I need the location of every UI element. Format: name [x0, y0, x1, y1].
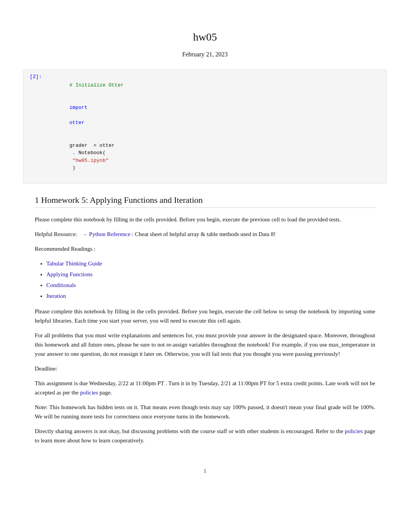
- code-dot: . Notebook(: [69, 150, 106, 156]
- reading-item-iteration: Iteration: [46, 291, 375, 301]
- tabular-thinking-link[interactable]: Tabular Thinking Guide: [46, 260, 102, 267]
- page-footer: 1: [23, 468, 387, 474]
- code-module-otter: otter: [69, 120, 85, 126]
- code-text: [69, 112, 76, 118]
- cell-label: [2]:: [30, 74, 45, 179]
- helpful-rest: : Cheat sheet of helpful array & table m…: [132, 231, 276, 237]
- conditionals-link[interactable]: Conditionals: [46, 282, 76, 288]
- deadline-end: page.: [98, 389, 112, 396]
- code-comment: # Initialize Otter: [69, 82, 124, 88]
- para1: Please complete this notebook by filling…: [35, 307, 375, 325]
- code-content: # Initialize Otter import otter grader =…: [51, 74, 380, 179]
- section-heading: 1 Homework 5: Applying Functions and Ite…: [35, 195, 375, 208]
- code-line-2: import otter: [51, 97, 380, 134]
- intro-paragraph: Please complete this notebook by filling…: [35, 215, 375, 224]
- page-title: hw05: [23, 31, 387, 43]
- para2: For all problems that you must write exp…: [35, 331, 375, 359]
- reading-item-conditionals: Conditionals: [46, 280, 375, 290]
- note-paragraph: Note: This homework has hidden tests on …: [35, 403, 375, 421]
- code-cell: [2]: # Initialize Otter import otter gra…: [23, 70, 387, 184]
- readings-list: Tabular Thinking Guide Applying Function…: [46, 259, 375, 301]
- code-line-3: grader = otter . Notebook( "hw05.ipynb" …: [51, 134, 380, 179]
- code-paren: ): [69, 165, 76, 171]
- deadline-paragraph: This assignment is due Wednesday, 2/22 a…: [35, 379, 375, 397]
- reading-item-tabular: Tabular Thinking Guide: [46, 259, 375, 268]
- applying-functions-link[interactable]: Applying Functions: [46, 271, 93, 277]
- code-line-1: # Initialize Otter: [51, 74, 380, 97]
- sharing-paragraph: Directly sharing answers is not okay, bu…: [35, 427, 375, 445]
- recommended-label: Recommended Readings :: [35, 244, 375, 253]
- code-var: grader = otter: [69, 143, 115, 148]
- document-date: February 21, 2023: [23, 51, 387, 58]
- policies-link-2[interactable]: policies: [345, 428, 363, 434]
- main-section: 1 Homework 5: Applying Functions and Ite…: [35, 195, 375, 445]
- sharing-text: Directly sharing answers is not okay, bu…: [35, 428, 345, 434]
- iteration-link[interactable]: Iteration: [46, 293, 66, 299]
- helpful-resource-line: Helpful Resource: - Python Reference : C…: [35, 229, 375, 239]
- page-number: 1: [204, 468, 207, 474]
- code-string: "hw05.ipynb": [69, 158, 108, 163]
- python-reference-link[interactable]: Python Reference: [89, 231, 130, 237]
- deadline-label: Deadline:: [35, 364, 375, 373]
- policies-link-1[interactable]: policies: [80, 389, 98, 396]
- reading-item-applying: Applying Functions: [46, 270, 375, 279]
- code-keyword-import: import: [69, 105, 88, 110]
- helpful-label: Helpful Resource:: [35, 231, 77, 237]
